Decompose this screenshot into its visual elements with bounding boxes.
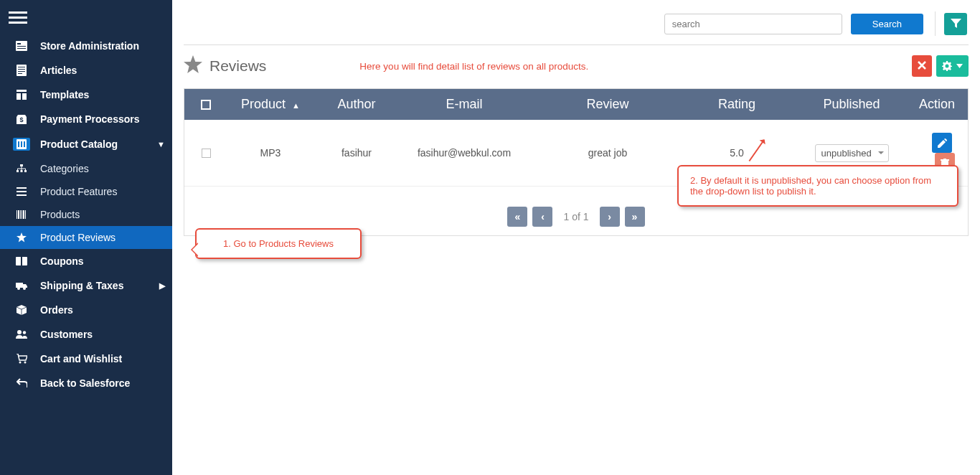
users-icon (13, 330, 30, 339)
close-button[interactable] (912, 55, 932, 77)
close-icon (918, 61, 926, 70)
published-select[interactable]: unpublished (815, 144, 889, 162)
sidebar-subitem-reviews[interactable]: Product Reviews (0, 226, 172, 249)
truck-icon (13, 281, 30, 290)
sidebar-label: Customers (40, 329, 165, 340)
svg-rect-11 (22, 93, 27, 100)
divider (935, 11, 936, 36)
sidebar-label: Articles (40, 65, 165, 76)
money-icon: $ (13, 113, 30, 125)
sidebar-submenu: Categories Product Features Products Pro… (0, 157, 172, 249)
sidebar-sublabel: Products (40, 209, 80, 220)
svg-rect-1 (17, 43, 21, 44)
svg-rect-21 (17, 187, 27, 189)
page-title: Reviews (209, 57, 266, 75)
svg-rect-22 (17, 191, 27, 192)
sidebar-item-articles[interactable]: Articles (0, 58, 172, 83)
sidebar-sublabel: Product Reviews (40, 232, 116, 243)
cell-rating: 5.0 (687, 147, 787, 159)
caret-right-icon: ▶ (159, 281, 165, 291)
sidebar-item-shipping[interactable]: Shipping & Taxes ▶ (0, 273, 172, 298)
svg-rect-25 (18, 210, 19, 219)
coupon-icon (13, 257, 30, 265)
star-icon (13, 232, 30, 243)
svg-rect-23 (17, 194, 27, 196)
col-review[interactable]: Review (529, 97, 687, 112)
reviews-table: Product ▲ Author E-mail Review Rating Pu… (184, 88, 969, 236)
sort-asc-icon: ▲ (292, 101, 300, 110)
barcode-icon (13, 210, 30, 219)
svg-rect-2 (17, 46, 26, 47)
sidebar-item-coupons[interactable]: Coupons (0, 249, 172, 273)
select-all-checkbox[interactable] (184, 97, 227, 112)
cell-published: unpublished (787, 144, 916, 162)
sidebar-label: Back to Salesforce (40, 377, 165, 389)
star-icon (184, 55, 202, 77)
hamburger-menu[interactable] (0, 0, 172, 34)
sidebar-label: Store Administration (40, 40, 165, 52)
pager-prev[interactable]: ‹ (532, 207, 552, 227)
document-icon (13, 65, 30, 76)
sidebar-subitem-categories[interactable]: Categories (0, 157, 172, 180)
box-icon (13, 305, 30, 315)
pencil-icon (938, 138, 947, 148)
sidebar-item-payment[interactable]: $ Payment Processors (0, 107, 172, 131)
caret-down-icon: ▼ (157, 140, 165, 149)
sidebar-item-product-catalog[interactable]: Product Catalog ▼ (0, 131, 172, 157)
sidebar-item-customers[interactable]: Customers (0, 322, 172, 347)
edit-button[interactable] (932, 133, 952, 153)
sidebar-label: Shipping & Taxes (40, 280, 159, 291)
funnel-icon (951, 19, 961, 29)
col-author[interactable]: Author (314, 97, 400, 112)
cell-email: fasihur@webkul.com (400, 147, 529, 159)
cell-review: great job (529, 147, 687, 159)
topbar: Search (184, 7, 969, 45)
svg-rect-9 (17, 90, 27, 92)
search-button[interactable]: Search (851, 14, 923, 34)
sidebar-item-templates[interactable]: Templates (0, 83, 172, 107)
sidebar-label: Templates (40, 89, 165, 100)
pager-first[interactable]: « (507, 207, 527, 227)
cart-icon (13, 354, 30, 364)
row-checkbox[interactable] (184, 149, 227, 158)
sidebar-sublabel: Product Features (40, 186, 117, 197)
sidebar-item-orders[interactable]: Orders (0, 298, 172, 322)
sidebar-sublabel: Categories (40, 163, 89, 174)
sidebar-item-cart[interactable]: Cart and Wishlist (0, 347, 172, 371)
svg-rect-29 (25, 210, 26, 219)
svg-rect-32 (16, 283, 23, 288)
svg-rect-14 (18, 141, 19, 147)
col-published[interactable]: Published (787, 97, 916, 112)
svg-rect-24 (17, 210, 17, 219)
main-content: Search Reviews Here you will find detail… (172, 0, 980, 475)
svg-text:$: $ (19, 116, 23, 123)
catalog-icon (13, 138, 30, 151)
sidebar-subitem-products[interactable]: Products (0, 203, 172, 226)
col-email[interactable]: E-mail (400, 97, 529, 112)
gear-icon (942, 61, 952, 71)
card-icon (13, 41, 30, 51)
filter-button[interactable] (944, 13, 967, 35)
sidebar-subitem-features[interactable]: Product Features (0, 180, 172, 203)
sidebar-label: Product Catalog (40, 138, 157, 150)
sidebar-label: Orders (40, 304, 165, 316)
cell-author: fasihur (314, 147, 400, 159)
pager-last[interactable]: » (625, 207, 645, 227)
sidebar-label: Coupons (40, 255, 165, 267)
svg-rect-15 (21, 141, 22, 147)
sidebar-item-back[interactable]: Back to Salesforce (0, 371, 172, 395)
col-product[interactable]: Product ▲ (227, 97, 314, 112)
col-rating[interactable]: Rating (687, 97, 787, 112)
col-action: Action (916, 97, 968, 112)
search-input[interactable] (664, 14, 842, 34)
sidebar-item-store-admin[interactable]: Store Administration (0, 34, 172, 58)
svg-rect-10 (17, 93, 21, 100)
svg-rect-5 (18, 67, 25, 67)
sidebar-label: Payment Processors (40, 113, 165, 125)
pager-next[interactable]: › (600, 207, 620, 227)
page-header: Reviews Here you will find detail list o… (184, 55, 969, 77)
cell-product: MP3 (227, 147, 314, 159)
list-icon (13, 187, 30, 196)
svg-point-34 (23, 287, 26, 290)
settings-button[interactable] (936, 55, 969, 77)
